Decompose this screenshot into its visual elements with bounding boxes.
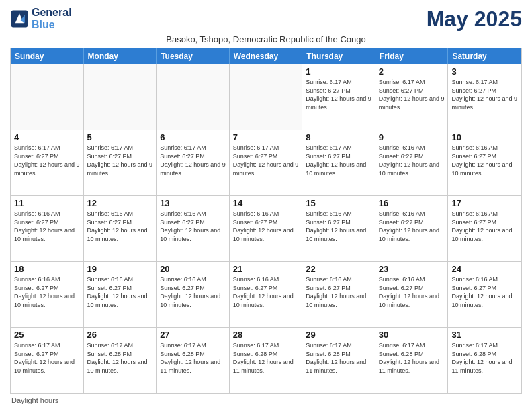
day-number: 7 xyxy=(233,132,299,142)
day-number: 16 xyxy=(379,198,445,208)
day-cell: 15Sunrise: 6:16 AM Sunset: 6:27 PM Dayli… xyxy=(302,196,375,261)
day-info: Sunrise: 6:16 AM Sunset: 6:27 PM Dayligh… xyxy=(160,275,226,309)
location: Basoko, Tshopo, Democratic Republic of t… xyxy=(10,34,522,44)
day-header-wednesday: Wednesday xyxy=(230,48,303,64)
day-cell xyxy=(230,64,303,130)
day-number: 24 xyxy=(451,264,518,274)
day-info: Sunrise: 6:16 AM Sunset: 6:27 PM Dayligh… xyxy=(379,210,445,243)
day-number: 5 xyxy=(87,132,153,142)
day-cell: 7Sunrise: 6:17 AM Sunset: 6:27 PM Daylig… xyxy=(230,130,303,195)
day-headers: SundayMondayTuesdayWednesdayThursdayFrid… xyxy=(11,48,521,64)
day-header-tuesday: Tuesday xyxy=(157,48,230,64)
day-cell xyxy=(84,64,157,130)
day-header-sunday: Sunday xyxy=(11,48,84,64)
day-info: Sunrise: 6:17 AM Sunset: 6:28 PM Dayligh… xyxy=(379,341,445,375)
day-cell: 3Sunrise: 6:17 AM Sunset: 6:27 PM Daylig… xyxy=(448,64,521,130)
week-row-5: 25Sunrise: 6:17 AM Sunset: 6:27 PM Dayli… xyxy=(11,328,521,393)
day-number: 3 xyxy=(451,66,518,77)
header: General Blue May 2025 xyxy=(10,7,522,32)
day-info: Sunrise: 6:17 AM Sunset: 6:27 PM Dayligh… xyxy=(14,144,80,177)
title-block: May 2025 xyxy=(427,7,522,32)
day-cell: 8Sunrise: 6:17 AM Sunset: 6:27 PM Daylig… xyxy=(302,130,375,195)
day-cell: 26Sunrise: 6:17 AM Sunset: 6:28 PM Dayli… xyxy=(84,328,157,393)
day-number: 31 xyxy=(451,330,518,340)
day-info: Sunrise: 6:16 AM Sunset: 6:27 PM Dayligh… xyxy=(451,275,518,309)
day-info: Sunrise: 6:17 AM Sunset: 6:27 PM Dayligh… xyxy=(233,144,299,177)
day-cell: 28Sunrise: 6:17 AM Sunset: 6:28 PM Dayli… xyxy=(230,328,303,393)
week-row-2: 4Sunrise: 6:17 AM Sunset: 6:27 PM Daylig… xyxy=(11,130,521,196)
day-number: 13 xyxy=(160,198,226,208)
day-number: 22 xyxy=(306,264,371,274)
day-info: Sunrise: 6:16 AM Sunset: 6:27 PM Dayligh… xyxy=(87,210,153,243)
day-cell: 14Sunrise: 6:16 AM Sunset: 6:27 PM Dayli… xyxy=(230,196,303,261)
day-info: Sunrise: 6:17 AM Sunset: 6:28 PM Dayligh… xyxy=(160,341,226,375)
day-number: 21 xyxy=(233,264,299,274)
day-cell: 11Sunrise: 6:16 AM Sunset: 6:27 PM Dayli… xyxy=(11,196,84,261)
day-number: 1 xyxy=(306,66,371,77)
day-number: 11 xyxy=(14,198,80,208)
day-number: 29 xyxy=(306,330,371,340)
day-info: Sunrise: 6:17 AM Sunset: 6:27 PM Dayligh… xyxy=(451,78,518,111)
day-number: 14 xyxy=(233,198,299,208)
day-number: 12 xyxy=(87,198,153,208)
day-info: Sunrise: 6:17 AM Sunset: 6:28 PM Dayligh… xyxy=(87,341,153,375)
day-info: Sunrise: 6:16 AM Sunset: 6:27 PM Dayligh… xyxy=(14,210,80,243)
day-number: 6 xyxy=(160,132,226,142)
day-cell: 20Sunrise: 6:16 AM Sunset: 6:27 PM Dayli… xyxy=(157,262,230,327)
day-number: 25 xyxy=(14,330,80,340)
day-number: 30 xyxy=(379,330,445,340)
day-header-saturday: Saturday xyxy=(448,48,521,64)
day-number: 4 xyxy=(14,132,80,142)
day-cell: 18Sunrise: 6:16 AM Sunset: 6:27 PM Dayli… xyxy=(11,262,84,327)
day-cell: 5Sunrise: 6:17 AM Sunset: 6:27 PM Daylig… xyxy=(84,130,157,195)
day-info: Sunrise: 6:17 AM Sunset: 6:27 PM Dayligh… xyxy=(306,144,371,177)
day-cell: 12Sunrise: 6:16 AM Sunset: 6:27 PM Dayli… xyxy=(84,196,157,261)
day-cell: 21Sunrise: 6:16 AM Sunset: 6:27 PM Dayli… xyxy=(230,262,303,327)
logo-text: General Blue xyxy=(32,7,72,30)
day-info: Sunrise: 6:16 AM Sunset: 6:27 PM Dayligh… xyxy=(87,275,153,309)
logo-general: General xyxy=(32,7,72,19)
day-info: Sunrise: 6:17 AM Sunset: 6:27 PM Dayligh… xyxy=(160,144,226,177)
day-cell: 2Sunrise: 6:17 AM Sunset: 6:27 PM Daylig… xyxy=(375,64,449,130)
day-info: Sunrise: 6:17 AM Sunset: 6:27 PM Dayligh… xyxy=(379,78,445,111)
day-number: 28 xyxy=(233,330,299,340)
day-info: Sunrise: 6:16 AM Sunset: 6:27 PM Dayligh… xyxy=(451,144,518,177)
day-cell: 4Sunrise: 6:17 AM Sunset: 6:27 PM Daylig… xyxy=(11,130,84,195)
day-info: Sunrise: 6:16 AM Sunset: 6:27 PM Dayligh… xyxy=(233,275,299,309)
day-cell: 13Sunrise: 6:16 AM Sunset: 6:27 PM Dayli… xyxy=(157,196,230,261)
day-info: Sunrise: 6:16 AM Sunset: 6:27 PM Dayligh… xyxy=(160,210,226,243)
day-number: 23 xyxy=(379,264,445,274)
day-cell xyxy=(11,64,84,130)
day-info: Sunrise: 6:16 AM Sunset: 6:27 PM Dayligh… xyxy=(306,275,371,309)
day-cell: 16Sunrise: 6:16 AM Sunset: 6:27 PM Dayli… xyxy=(375,196,449,261)
day-info: Sunrise: 6:17 AM Sunset: 6:27 PM Dayligh… xyxy=(87,144,153,177)
day-cell: 27Sunrise: 6:17 AM Sunset: 6:28 PM Dayli… xyxy=(157,328,230,393)
day-info: Sunrise: 6:17 AM Sunset: 6:28 PM Dayligh… xyxy=(451,341,518,375)
logo: General Blue xyxy=(10,7,72,30)
calendar: SundayMondayTuesdayWednesdayThursdayFrid… xyxy=(10,48,522,394)
day-number: 8 xyxy=(306,132,371,142)
day-cell: 10Sunrise: 6:16 AM Sunset: 6:27 PM Dayli… xyxy=(448,130,521,195)
day-cell: 23Sunrise: 6:16 AM Sunset: 6:27 PM Dayli… xyxy=(375,262,449,327)
day-cell: 6Sunrise: 6:17 AM Sunset: 6:27 PM Daylig… xyxy=(157,130,230,195)
logo-blue: Blue xyxy=(32,19,72,31)
day-info: Sunrise: 6:16 AM Sunset: 6:27 PM Dayligh… xyxy=(451,210,518,243)
day-info: Sunrise: 6:17 AM Sunset: 6:27 PM Dayligh… xyxy=(306,78,371,111)
day-header-thursday: Thursday xyxy=(302,48,375,64)
day-cell: 22Sunrise: 6:16 AM Sunset: 6:27 PM Dayli… xyxy=(302,262,375,327)
day-info: Sunrise: 6:17 AM Sunset: 6:28 PM Dayligh… xyxy=(306,341,371,375)
day-cell: 17Sunrise: 6:16 AM Sunset: 6:27 PM Dayli… xyxy=(448,196,521,261)
day-info: Sunrise: 6:16 AM Sunset: 6:27 PM Dayligh… xyxy=(233,210,299,243)
day-info: Sunrise: 6:16 AM Sunset: 6:27 PM Dayligh… xyxy=(306,210,371,243)
page: General Blue May 2025 Basoko, Tshopo, De… xyxy=(0,0,532,411)
day-cell: 31Sunrise: 6:17 AM Sunset: 6:28 PM Dayli… xyxy=(448,328,521,393)
day-cell: 30Sunrise: 6:17 AM Sunset: 6:28 PM Dayli… xyxy=(375,328,449,393)
day-cell: 24Sunrise: 6:16 AM Sunset: 6:27 PM Dayli… xyxy=(448,262,521,327)
day-number: 15 xyxy=(306,198,371,208)
day-cell: 19Sunrise: 6:16 AM Sunset: 6:27 PM Dayli… xyxy=(84,262,157,327)
week-row-4: 18Sunrise: 6:16 AM Sunset: 6:27 PM Dayli… xyxy=(11,262,521,328)
week-row-1: 1Sunrise: 6:17 AM Sunset: 6:27 PM Daylig… xyxy=(11,64,521,130)
day-info: Sunrise: 6:17 AM Sunset: 6:28 PM Dayligh… xyxy=(233,341,299,375)
day-info: Sunrise: 6:16 AM Sunset: 6:27 PM Dayligh… xyxy=(379,144,445,177)
day-cell: 25Sunrise: 6:17 AM Sunset: 6:27 PM Dayli… xyxy=(11,328,84,393)
